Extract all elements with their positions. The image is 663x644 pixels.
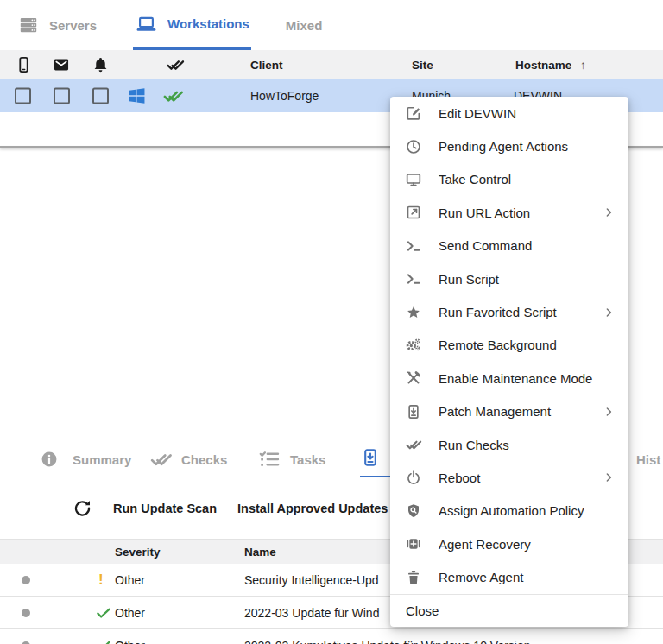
menu-item-label: Enable Maintenance Mode bbox=[439, 371, 592, 386]
shield-search-icon bbox=[405, 502, 422, 520]
cell-name: 2022-03 Update für Wind bbox=[244, 606, 379, 620]
device-context-menu: Edit DEVWIN Pending Agent Actions Take C… bbox=[390, 97, 628, 627]
menu-item-label: Assign Automation Policy bbox=[439, 503, 584, 518]
tasks-icon bbox=[258, 448, 281, 470]
column-header-hostname[interactable]: Hostname ↑ bbox=[515, 59, 586, 72]
chevron-right-icon bbox=[601, 305, 616, 320]
cell-name: Security Intelligence-Upd bbox=[244, 573, 379, 587]
tab-summary[interactable]: Summary bbox=[73, 451, 131, 466]
smartphone-icon bbox=[15, 56, 33, 74]
green-check-icon bbox=[95, 637, 112, 644]
first-aid-icon bbox=[405, 535, 422, 552]
cell-severity: Other bbox=[115, 606, 145, 620]
gears-icon bbox=[405, 337, 422, 354]
double-check-icon bbox=[405, 436, 422, 453]
menu-item-label: Send Command bbox=[439, 238, 532, 253]
alert-checkbox-3[interactable] bbox=[92, 88, 109, 104]
menu-item-label: Pending Agent Actions bbox=[439, 139, 568, 154]
menu-item-run-script[interactable]: Run Script bbox=[390, 262, 628, 295]
menu-item-run-url-action[interactable]: Run URL Action bbox=[390, 196, 628, 229]
run-update-scan-button[interactable]: Run Update Scan bbox=[113, 502, 217, 515]
menu-item-remote-background[interactable]: Remote Background bbox=[390, 329, 628, 362]
star-icon bbox=[405, 304, 422, 321]
chevron-right-icon bbox=[601, 404, 616, 420]
cell-severity: Other bbox=[115, 573, 145, 587]
alert-checkbox-1[interactable] bbox=[15, 88, 31, 104]
menu-item-assign-automation-policy[interactable]: Assign Automation Policy bbox=[390, 495, 628, 527]
patch-row[interactable]: Other 2022-03 Kumulatives Update für Win… bbox=[0, 629, 663, 644]
servers-icon bbox=[17, 15, 40, 35]
alert-checkbox-2[interactable] bbox=[54, 88, 70, 104]
menu-item-label: Close bbox=[406, 603, 439, 618]
sort-ascending-icon: ↑ bbox=[580, 59, 586, 72]
green-double-check-icon bbox=[162, 85, 184, 107]
install-approved-updates-button[interactable]: Install Approved Updates bbox=[237, 502, 388, 515]
chevron-right-icon bbox=[601, 470, 616, 485]
column-header-client[interactable]: Client bbox=[250, 59, 283, 72]
status-dot-icon bbox=[22, 609, 30, 617]
checks-double-check-icon bbox=[149, 447, 173, 470]
menu-item-label: Run Favorited Script bbox=[439, 305, 557, 319]
terminal-icon bbox=[405, 237, 422, 255]
menu-item-label: Run Checks bbox=[439, 438, 509, 452]
bell-icon bbox=[92, 56, 110, 74]
tab-workstations-label: Workstations bbox=[167, 16, 249, 31]
menu-item-label: Remove Agent bbox=[439, 570, 523, 584]
tab-tasks[interactable]: Tasks bbox=[290, 451, 325, 466]
tools-icon bbox=[405, 369, 422, 387]
column-header-severity[interactable]: Severity bbox=[115, 546, 161, 559]
menu-item-label: Reboot bbox=[439, 470, 480, 485]
menu-item-label: Run Script bbox=[439, 272, 499, 287]
cell-client: HowToForge bbox=[250, 89, 319, 103]
tab-servers-label: Servers bbox=[49, 18, 97, 33]
patch-icon bbox=[360, 447, 381, 468]
edit-icon bbox=[405, 104, 422, 122]
windows-icon bbox=[126, 85, 148, 107]
column-header-site[interactable]: Site bbox=[412, 59, 433, 72]
rmm-devices-screen: Servers Workstations Mixed Client Site H… bbox=[0, 0, 663, 644]
patch-icon bbox=[405, 403, 422, 420]
cell-severity: Other bbox=[115, 639, 145, 644]
column-header-name[interactable]: Name bbox=[244, 546, 276, 559]
menu-item-agent-recovery[interactable]: Agent Recovery bbox=[390, 527, 628, 560]
cell-name: 2022-03 Kumulatives Update für Windows 1… bbox=[244, 639, 544, 644]
tab-mixed-label: Mixed bbox=[286, 18, 323, 33]
menu-item-label: Edit DEVWIN bbox=[439, 106, 516, 121]
menu-item-enable-maintenance-mode[interactable]: Enable Maintenance Mode bbox=[390, 362, 628, 395]
menu-item-label: Agent Recovery bbox=[439, 537, 531, 552]
menu-item-label: Take Control bbox=[439, 172, 511, 186]
tab-history-partial[interactable]: Hist bbox=[636, 451, 660, 466]
menu-item-close[interactable]: Close bbox=[390, 594, 628, 627]
menu-item-label: Run URL Action bbox=[439, 205, 530, 220]
external-link-icon bbox=[405, 204, 422, 221]
status-dot-icon bbox=[22, 576, 30, 584]
status-dot-icon bbox=[22, 641, 30, 644]
chevron-right-icon bbox=[601, 205, 616, 220]
green-check-icon bbox=[95, 604, 112, 622]
monitor-icon bbox=[405, 171, 422, 188]
device-table-header: Client Site Hostname ↑ bbox=[0, 50, 663, 79]
terminal-icon bbox=[405, 270, 422, 287]
menu-item-label: Patch Management bbox=[439, 404, 551, 419]
menu-item-edit-devwin[interactable]: Edit DEVWIN bbox=[390, 97, 628, 129]
double-check-icon bbox=[166, 55, 185, 74]
menu-item-run-checks[interactable]: Run Checks bbox=[390, 428, 628, 461]
menu-item-patch-management[interactable]: Patch Management bbox=[390, 395, 628, 428]
laptop-icon bbox=[135, 14, 158, 35]
power-icon bbox=[405, 469, 422, 486]
info-icon bbox=[40, 450, 59, 469]
menu-item-remove-agent[interactable]: Remove Agent bbox=[390, 560, 628, 593]
tab-checks[interactable]: Checks bbox=[181, 451, 227, 466]
warning-exclamation-icon: ! bbox=[98, 571, 104, 589]
tab-mixed[interactable]: Mixed bbox=[284, 0, 325, 50]
menu-item-label: Remote Background bbox=[439, 338, 557, 352]
trash-icon bbox=[405, 569, 422, 586]
menu-item-reboot[interactable]: Reboot bbox=[390, 461, 628, 494]
menu-item-pending-agent-actions[interactable]: Pending Agent Actions bbox=[390, 129, 628, 162]
menu-item-send-command[interactable]: Send Command bbox=[390, 230, 628, 262]
tab-servers[interactable]: Servers bbox=[16, 0, 98, 50]
menu-item-take-control[interactable]: Take Control bbox=[390, 163, 628, 196]
refresh-icon[interactable] bbox=[73, 498, 92, 518]
tab-workstations[interactable]: Workstations bbox=[133, 0, 251, 50]
menu-item-run-favorited-script[interactable]: Run Favorited Script bbox=[390, 295, 628, 328]
